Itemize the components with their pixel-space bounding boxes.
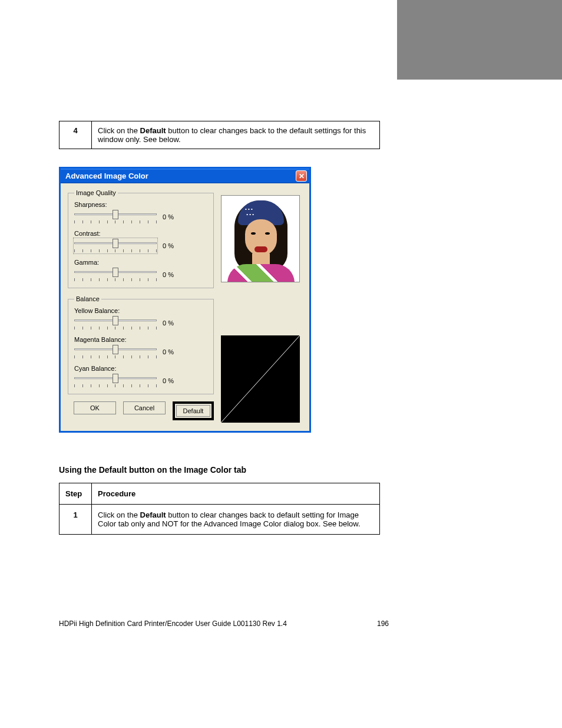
svg-line-0 xyxy=(221,335,300,423)
close-icon: ✕ xyxy=(299,173,305,180)
close-button[interactable]: ✕ xyxy=(296,170,307,182)
step-table-4: 4 Click on the Default button to clear c… xyxy=(59,121,380,149)
step-text-pre: Click on the xyxy=(98,126,140,135)
step-table-procedure: Step Procedure 1 Click on the Default bu… xyxy=(59,483,380,535)
magenta-slider[interactable] xyxy=(74,345,157,359)
balance-legend: Balance xyxy=(74,295,101,302)
page-number: 196 xyxy=(377,620,389,628)
cancel-button[interactable]: Cancel xyxy=(123,401,166,414)
page-content: 4 Click on the Default button to clear c… xyxy=(59,121,389,535)
preview-photo: • • • • • • xyxy=(221,195,300,282)
dialog-titlebar[interactable]: Advanced Image Color ✕ xyxy=(61,169,309,183)
gamma-label: Gamma: xyxy=(74,259,207,266)
step-number-1: 1 xyxy=(59,505,92,535)
header-sidebar-band xyxy=(397,0,562,80)
sharpness-value: 0 % xyxy=(163,213,174,220)
step-text: Click on the Default button to clear cha… xyxy=(92,121,380,149)
contrast-value: 0 % xyxy=(163,242,174,249)
gamma-slider[interactable] xyxy=(74,268,157,282)
step-text-1: Click on the Default button to clear cha… xyxy=(92,505,380,535)
ok-button[interactable]: OK xyxy=(74,401,116,414)
yellow-slider[interactable] xyxy=(74,316,157,330)
balance-group: Balance Yellow Balance: 0 % xyxy=(68,295,214,394)
image-quality-legend: Image Quality xyxy=(74,189,118,196)
sharpness-slider[interactable] xyxy=(74,210,157,224)
cyan-value: 0 % xyxy=(163,377,174,384)
contrast-label: Contrast: xyxy=(74,230,207,237)
page-footer: HDPii High Definition Card Printer/Encod… xyxy=(59,620,389,628)
sharpness-label: Sharpness: xyxy=(74,201,207,208)
magenta-label: Magenta Balance: xyxy=(74,336,207,343)
step-text-bold: Default xyxy=(140,126,166,135)
col-header-step: Step xyxy=(59,483,92,505)
dialog-title: Advanced Image Color xyxy=(65,172,148,180)
gamma-value: 0 % xyxy=(163,271,174,278)
magenta-value: 0 % xyxy=(163,348,174,355)
step-number: 4 xyxy=(59,121,92,149)
curve-preview xyxy=(221,335,300,423)
default-button[interactable]: Default xyxy=(176,405,210,417)
section-heading: Using the Default button on the Image Co… xyxy=(59,465,389,475)
yellow-label: Yellow Balance: xyxy=(74,307,207,314)
cyan-slider[interactable] xyxy=(74,374,157,388)
yellow-value: 0 % xyxy=(163,319,174,327)
image-quality-group: Image Quality Sharpness: 0 % xyxy=(68,189,214,288)
default-highlight: Default xyxy=(173,401,214,420)
advanced-image-color-dialog: Advanced Image Color ✕ Image Quality Sha… xyxy=(59,167,311,433)
cyan-label: Cyan Balance: xyxy=(74,365,207,372)
col-header-procedure: Procedure xyxy=(92,483,380,505)
contrast-slider[interactable] xyxy=(74,239,157,253)
footer-left: HDPii High Definition Card Printer/Encod… xyxy=(59,620,287,628)
t2-pre: Click on the xyxy=(98,510,140,519)
t2-bold: Default xyxy=(140,510,166,519)
